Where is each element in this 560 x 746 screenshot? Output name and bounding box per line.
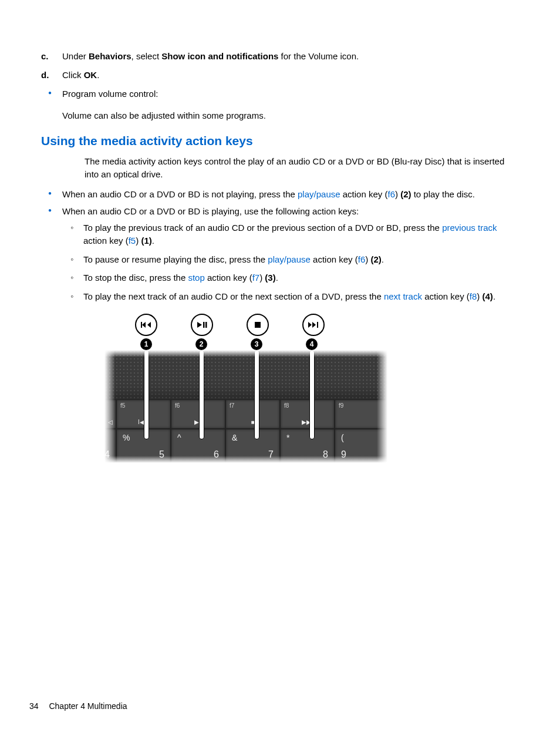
svg-rect-0 [141, 322, 142, 328]
text-bold: (3) [265, 273, 275, 283]
intro-paragraph: The media activity action keys control t… [85, 155, 519, 181]
step-c: c. Under Behaviors, select Show icon and… [41, 50, 519, 63]
f8-key: f8▶▶I [280, 399, 335, 429]
text-bold: Show icon and notifications [161, 51, 278, 61]
text: Under [62, 51, 89, 61]
text: , select [131, 51, 162, 61]
callout-badge: 1 [140, 338, 152, 350]
diagram-icon-row [104, 314, 387, 336]
media-keys-diagram: 1 2 3 4 ◁ f5I◀◀ f6▶II f7■ f8▶▶I f9 4 %5 [104, 314, 387, 463]
svg-marker-3 [197, 322, 202, 328]
text-bold: (1) [141, 236, 151, 246]
text: ) [259, 273, 265, 283]
link-text: previous track [442, 223, 497, 233]
list-item: When an audio CD or a DVD or BD is not p… [41, 188, 519, 201]
sub-list: To play the previous track of an audio C… [62, 221, 519, 303]
link-text: f6 [358, 254, 366, 264]
text: . [97, 70, 99, 80]
text-bold: (4) [483, 291, 493, 301]
step-letter: c. [41, 50, 55, 63]
text: . [276, 273, 278, 283]
list-item: To stop the disc, press the stop action … [62, 271, 519, 284]
bullet-list: Program volume control: Volume can also … [41, 88, 519, 123]
link-text: f7 [252, 273, 260, 283]
link-text: f5 [129, 236, 136, 246]
list-item: Program volume control: Volume can also … [41, 88, 519, 123]
text-bold: (2) [400, 189, 411, 199]
text: action key ( [205, 273, 252, 283]
text: Program volume control: [62, 89, 158, 99]
list-item: To play the previous track of an audio C… [62, 221, 519, 247]
text: To pause or resume playing the disc, pre… [83, 254, 268, 264]
lettered-steps: c. Under Behaviors, select Show icon and… [41, 50, 519, 82]
step-d: d. Click OK. [41, 69, 519, 82]
f5-key: f5I◀◀ [116, 399, 171, 429]
page-footer: 34 Chapter 4 Multimedia [29, 701, 127, 711]
text: ) [477, 291, 482, 301]
svg-marker-7 [308, 322, 312, 328]
f7-key: f7■ [225, 399, 280, 429]
text: action key ( [422, 291, 470, 301]
svg-rect-9 [317, 322, 318, 328]
link-text: play/pause [298, 189, 340, 199]
f6-key: f6▶II [171, 399, 225, 429]
text: . [493, 291, 495, 301]
text: To play the next track of an audio CD or… [83, 291, 384, 301]
link-text: stop [188, 273, 204, 283]
next-track-icon [302, 314, 325, 336]
step-letter: d. [41, 69, 55, 82]
callout-badge: 2 [195, 338, 207, 350]
play-pause-icon [191, 314, 213, 336]
link-text: f6 [387, 189, 395, 199]
svg-rect-5 [205, 322, 207, 328]
text-bold: Behaviors [89, 51, 131, 61]
text: action key ( [311, 254, 358, 264]
text: Click [62, 70, 84, 80]
page-number: 34 [29, 701, 39, 711]
text: To play the previous track of an audio C… [83, 223, 442, 233]
stop-icon [247, 314, 269, 336]
text: for the Volume icon. [278, 51, 359, 61]
previous-track-icon [135, 314, 157, 336]
svg-rect-6 [255, 322, 261, 328]
list-item: To play the next track of an audio CD or… [62, 290, 519, 303]
svg-marker-2 [147, 322, 151, 328]
text: ) [395, 189, 400, 199]
text: to play the disc. [411, 189, 475, 199]
svg-marker-1 [142, 322, 146, 328]
svg-rect-4 [203, 322, 205, 328]
svg-marker-8 [312, 322, 316, 328]
text: . [382, 254, 384, 264]
bullet-list: When an audio CD or a DVD or BD is not p… [41, 188, 519, 303]
text-bold: OK [84, 70, 97, 80]
text: action key ( [340, 189, 388, 199]
text: Volume can also be adjusted within some … [62, 105, 519, 122]
chapter-label: Chapter 4 Multimedia [49, 701, 127, 711]
callout-badge: 3 [251, 338, 262, 350]
link-text: f8 [470, 291, 477, 301]
list-item: To pause or resume playing the disc, pre… [62, 253, 519, 266]
keyboard-illustration: ◁ f5I◀◀ f6▶II f7■ f8▶▶I f9 4 %5 ^6 &7 *8… [104, 350, 387, 463]
text: When an audio CD or a DVD or BD is not p… [62, 189, 298, 199]
link-text: next track [384, 291, 422, 301]
text: ) [136, 236, 141, 246]
section-heading: Using the media activity action keys [41, 134, 519, 148]
callout-badge: 4 [306, 338, 318, 350]
list-item: When an audio CD or a DVD or BD is playi… [41, 205, 519, 303]
text: When an audio CD or a DVD or BD is playi… [62, 206, 359, 216]
text: action key ( [83, 236, 129, 246]
text: To stop the disc, press the [83, 273, 188, 283]
text: . [152, 236, 154, 246]
link-text: play/pause [268, 254, 311, 264]
text-bold: (2) [370, 254, 381, 264]
diagram-number-row: 1 2 3 4 [104, 338, 387, 350]
